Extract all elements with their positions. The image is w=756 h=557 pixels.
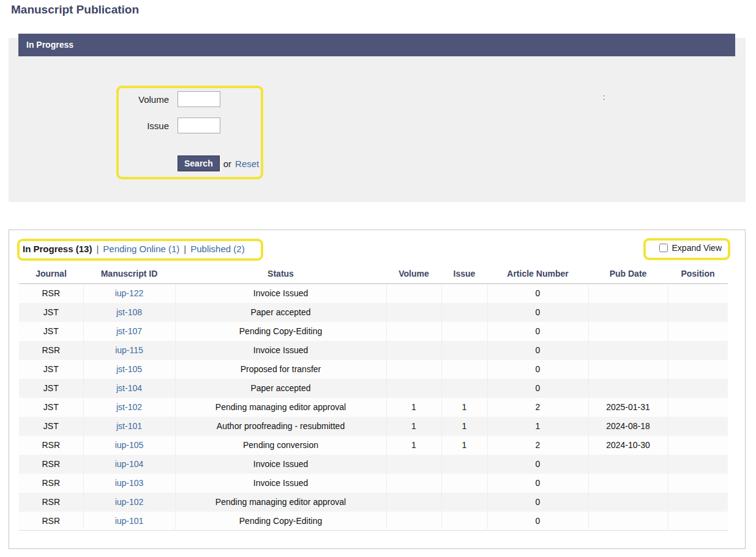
- manuscript-link[interactable]: jst-105: [116, 364, 142, 374]
- cell-volume: [386, 474, 441, 493]
- cell-status: Invoice Issued: [175, 284, 386, 303]
- cell-position: [668, 341, 728, 360]
- table-row: JSTjst-108Paper accepted0: [19, 303, 728, 322]
- cell-journal: JST: [19, 322, 83, 341]
- manuscripts-table: JournalManuscript IDStatusVolumeIssueArt…: [19, 265, 728, 531]
- volume-input[interactable]: [178, 91, 220, 107]
- table-row: JSTjst-107Pending Copy-Editing0: [19, 322, 728, 341]
- cell-pub-date: 2024-08-18: [588, 417, 668, 436]
- cell-manuscript-id: jst-105: [83, 360, 175, 379]
- cell-status: Invoice Issued: [175, 455, 386, 474]
- cell-issue: [441, 341, 487, 360]
- expand-view-label: Expand View: [672, 243, 722, 253]
- cell-manuscript-id: iup-105: [83, 436, 175, 455]
- cell-position: [668, 303, 728, 322]
- cell-status: Paper accepted: [175, 379, 386, 398]
- cell-article-number: 0: [487, 474, 588, 493]
- table-row: RSRiup-102Pending managing editor approv…: [19, 493, 728, 512]
- cell-manuscript-id: iup-101: [83, 512, 175, 531]
- cell-journal: RSR: [19, 474, 83, 493]
- cell-article-number: 0: [487, 455, 588, 474]
- issue-label: Issue: [125, 121, 169, 131]
- cell-article-number: 0: [487, 512, 588, 531]
- tab-separator: |: [184, 244, 186, 254]
- cell-position: [668, 474, 728, 493]
- tab-published-2[interactable]: Published (2): [190, 244, 244, 254]
- search-panel-header: In Progress: [18, 34, 735, 56]
- cell-volume: [386, 493, 441, 512]
- cell-journal: JST: [19, 303, 83, 322]
- cell-issue: 1: [441, 417, 487, 436]
- results-panel: In Progress (13)|Pending Online (1)|Publ…: [9, 230, 746, 549]
- cell-volume: [386, 303, 441, 322]
- cell-journal: RSR: [19, 436, 83, 455]
- cell-pub-date: [588, 360, 668, 379]
- cell-status: Proposed for transfer: [175, 360, 386, 379]
- cell-position: [668, 493, 728, 512]
- cell-manuscript-id: iup-103: [83, 474, 175, 493]
- cell-article-number: 0: [487, 379, 588, 398]
- table-row: RSRiup-115Invoice Issued0: [19, 341, 728, 360]
- cell-volume: [386, 341, 441, 360]
- cell-article-number: 0: [487, 322, 588, 341]
- cell-journal: JST: [19, 398, 83, 417]
- cell-journal: RSR: [19, 512, 83, 531]
- cell-issue: [441, 284, 487, 303]
- expand-view-checkbox[interactable]: [659, 244, 668, 252]
- manuscript-link[interactable]: iup-101: [115, 516, 144, 526]
- cell-volume: [386, 379, 441, 398]
- cell-position: [668, 379, 728, 398]
- tabs: In Progress (13)|Pending Online (1)|Publ…: [23, 244, 245, 254]
- tab-pending-online-1[interactable]: Pending Online (1): [103, 244, 179, 254]
- cell-journal: RSR: [19, 455, 83, 474]
- cell-position: [668, 322, 728, 341]
- cell-article-number: 2: [487, 436, 588, 455]
- cell-pub-date: 2024-10-30: [588, 436, 668, 455]
- cell-pub-date: [588, 284, 668, 303]
- cell-position: [668, 398, 728, 417]
- cell-issue: 1: [441, 436, 487, 455]
- manuscript-link[interactable]: jst-107: [116, 326, 142, 336]
- cell-manuscript-id: iup-115: [83, 341, 175, 360]
- manuscript-link[interactable]: iup-102: [115, 497, 144, 507]
- cell-position: [668, 284, 728, 303]
- cell-pub-date: [588, 341, 668, 360]
- search-button[interactable]: Search: [178, 155, 220, 171]
- column-header-manuscript-id: Manuscript ID: [83, 265, 175, 284]
- cell-issue: [441, 360, 487, 379]
- cell-volume: [386, 455, 441, 474]
- cell-article-number: 0: [487, 303, 588, 322]
- manuscript-link[interactable]: iup-103: [115, 478, 144, 488]
- manuscript-link[interactable]: jst-102: [116, 402, 142, 412]
- issue-input[interactable]: [178, 118, 220, 133]
- column-header-volume: Volume: [386, 265, 441, 284]
- cell-article-number: 1: [487, 417, 588, 436]
- manuscript-link[interactable]: jst-101: [116, 421, 142, 431]
- manuscript-link[interactable]: jst-104: [116, 383, 142, 393]
- cell-status: Pending managing editor approval: [175, 398, 386, 417]
- cell-manuscript-id: jst-108: [83, 303, 175, 322]
- cell-manuscript-id: iup-122: [83, 284, 175, 303]
- cell-position: [668, 436, 728, 455]
- cell-volume: [386, 512, 441, 531]
- manuscript-link[interactable]: jst-108: [116, 307, 142, 317]
- manuscript-link[interactable]: iup-104: [115, 459, 144, 469]
- expand-view[interactable]: Expand View: [659, 243, 722, 253]
- manuscript-link[interactable]: iup-115: [115, 345, 143, 355]
- cell-pub-date: [588, 322, 668, 341]
- column-header-journal: Journal: [19, 265, 83, 284]
- cell-volume: 1: [386, 417, 441, 436]
- column-header-position: Position: [668, 265, 728, 284]
- manuscript-link[interactable]: iup-105: [115, 440, 144, 450]
- page-title: Manuscript Publication: [11, 3, 139, 17]
- stray-colon-text: :: [603, 92, 605, 102]
- cell-issue: 1: [441, 398, 487, 417]
- reset-link[interactable]: Reset: [235, 159, 259, 169]
- cell-pub-date: [588, 493, 668, 512]
- manuscript-link[interactable]: iup-122: [115, 288, 144, 298]
- tab-in-progress-13[interactable]: In Progress (13): [23, 244, 92, 254]
- cell-pub-date: [588, 455, 668, 474]
- cell-position: [668, 417, 728, 436]
- cell-volume: [386, 360, 441, 379]
- table-row: JSTjst-102Pending managing editor approv…: [19, 398, 728, 417]
